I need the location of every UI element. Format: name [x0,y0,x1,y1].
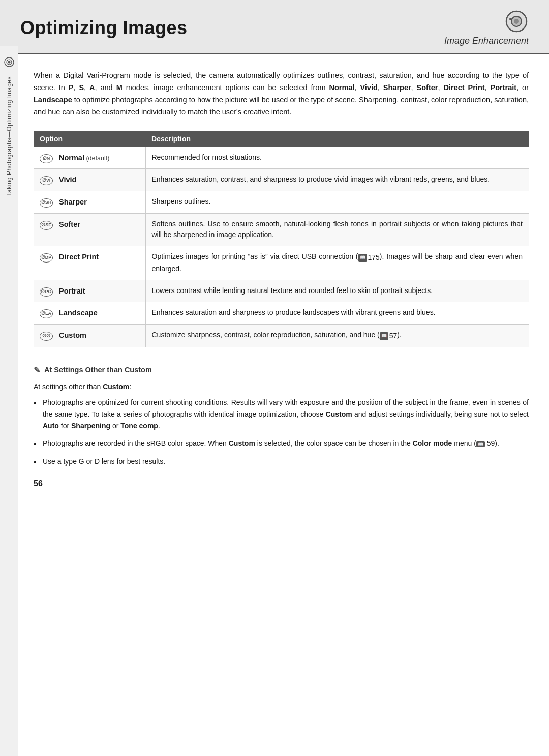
table-row: ∅DPDirect PrintOptimizes images for prin… [34,246,529,280]
description-cell: Recommended for most situations. [145,147,529,169]
options-table: Option Description ∅NNormal (default)Rec… [34,131,529,347]
bullet-dot: • [34,397,40,410]
bullet-text: Use a type G or D lens for best results. [43,456,165,468]
table-row: ∅NNormal (default)Recommended for most s… [34,147,529,169]
description-cell: Sharpens outlines. [145,191,529,214]
header-right: Image Enhancement [444,9,529,46]
option-name: Portrait [59,287,85,295]
table-header: Option Description [34,131,529,147]
option-icon: ∅SH [40,197,56,208]
option-cell: ∅SHSharper [34,191,145,214]
page-title: Optimizing Images [20,17,188,39]
col-option-header: Option [34,131,145,147]
notes-icon: ✎ [34,364,40,377]
option-icon: ∅N [40,153,56,163]
table-row: ∅LALandscapeEnhances saturation and shar… [34,302,529,325]
bullet-item: •Photographs are recorded in the sRGB co… [34,438,529,451]
description-cell: Customize sharpness, contrast, color rep… [145,325,529,347]
notes-header: ✎ At Settings Other than Custom [34,364,529,377]
notes-title: At Settings Other than Custom [44,364,152,376]
svg-point-6 [8,61,10,64]
option-icon: ∅DP [40,252,56,263]
option-name-block: Portrait [59,285,85,297]
intro-paragraph: When a Digital Vari-Program mode is sele… [34,70,529,119]
table-row: ∅SHSharperSharpens outlines. [34,191,529,214]
header-subtitle: Image Enhancement [444,36,529,46]
svg-point-2 [514,19,519,24]
option-name-block: Sharper [59,196,87,208]
option-name-block: Direct Print [59,251,99,263]
option-sub: (default) [84,155,109,162]
notes-intro: At settings other than Custom: [34,381,529,393]
description-cell: Lowers contrast while lending natural te… [145,280,529,302]
option-cell: ∅∅Custom [34,325,145,347]
description-cell: Enhances saturation, contrast, and sharp… [145,169,529,191]
table-row: ∅∅CustomCustomize sharpness, contrast, c… [34,325,529,347]
option-name: Vivid [59,176,76,184]
table-body: ∅NNormal (default)Recommended for most s… [34,147,529,347]
page-wrapper: Optimizing Images Image Enhancement Taki… [0,0,549,756]
option-name: Softer [59,220,80,228]
option-name: Direct Print [59,253,99,261]
camera-icon [504,9,529,34]
bullet-text: Photographs are recorded in the sRGB col… [43,438,499,449]
notes-section: ✎ At Settings Other than Custom At setti… [34,364,529,470]
description-cell: Optimizes images for printing “as is” vi… [145,246,529,280]
bullet-item: •Use a type G or D lens for best results… [34,456,529,469]
option-name-block: Softer [59,219,80,230]
main-content: When a Digital Vari-Program mode is sele… [18,54,549,504]
option-cell: ∅NNormal (default) [34,147,145,169]
option-cell: ∅POPortrait [34,280,145,302]
option-cell: ∅SFSofter [34,213,145,246]
col-description-header: Description [145,131,529,147]
option-icon: ∅SF [40,220,56,230]
table-row: ∅POPortraitLowers contrast while lending… [34,280,529,302]
option-name: Landscape [59,309,98,317]
bullet-text: Photographs are optimized for current sh… [43,397,529,432]
option-name: Sharper [59,198,87,206]
option-icon: ∅LA [40,308,56,318]
option-cell: ∅LALandscape [34,302,145,325]
option-icon: ∅VI [40,175,56,185]
description-cell: Enhances saturation and sharpness to pro… [145,302,529,325]
option-cell: ∅VIVivid [34,169,145,191]
bullet-item: •Photographs are optimized for current s… [34,397,529,432]
option-name-block: Landscape [59,307,98,319]
page-header: Optimizing Images Image Enhancement [0,0,549,54]
option-name-block: Custom [59,330,86,341]
bullet-list: •Photographs are optimized for current s… [34,397,529,469]
option-icon: ∅PO [40,286,56,297]
description-cell: Softens outlines. Use to ensure smooth, … [145,213,529,246]
page-number: 56 [34,479,529,488]
table-row: ∅SFSofterSoftens outlines. Use to ensure… [34,213,529,246]
option-name: Custom [59,331,86,339]
option-name-block: Vivid [59,174,76,186]
svg-rect-3 [509,18,512,20]
option-icon: ∅∅ [40,331,56,341]
bullet-dot: • [34,438,40,451]
sidebar-label: Taking Photographs—Optimizing Images [6,76,13,196]
table-row: ∅VIVividEnhances saturation, contrast, a… [34,169,529,191]
sidebar: Taking Photographs—Optimizing Images [0,46,18,756]
bullet-dot: • [34,456,40,469]
option-cell: ∅DPDirect Print [34,246,145,280]
option-name: Normal [59,154,84,162]
sidebar-camera-icon [3,56,15,68]
option-name-block: Normal (default) [59,152,109,164]
